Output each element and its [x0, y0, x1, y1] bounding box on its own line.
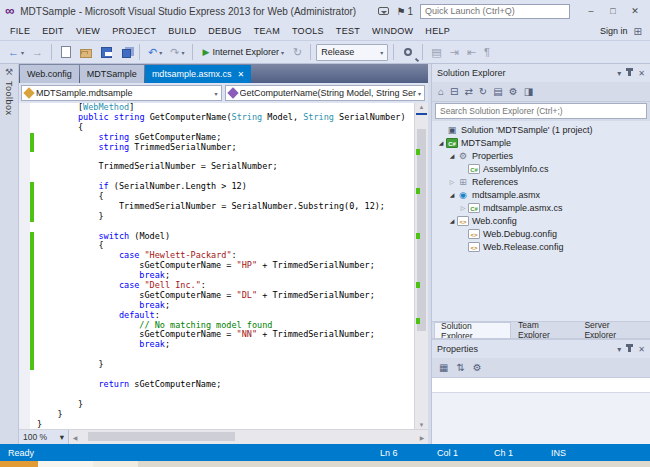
expander-icon[interactable]: ▷ [447, 178, 457, 185]
breakpoint-margin[interactable] [19, 133, 30, 143]
breakpoint-margin[interactable] [19, 410, 30, 420]
show-outline-button[interactable]: ▤ [428, 44, 444, 60]
scroll-left-icon[interactable]: ◀ [69, 434, 81, 441]
document-tab-mdtsample[interactable]: MDTSample [80, 65, 144, 83]
tool-tab-server-explorer[interactable]: Server Explorer [578, 322, 648, 338]
breakpoint-margin[interactable] [19, 152, 30, 162]
breakpoint-margin[interactable] [19, 330, 30, 340]
properties-button[interactable]: ⚙ [507, 85, 520, 98]
scroll-right-icon[interactable]: ▶ [416, 434, 428, 441]
refresh-button[interactable]: ↻ [477, 85, 489, 98]
property-pages-button[interactable]: ⚙ [471, 361, 484, 374]
close-panel-icon[interactable]: ✕ [638, 345, 645, 354]
menu-edit[interactable]: EDIT [36, 26, 70, 36]
breakpoint-margin[interactable] [19, 420, 30, 430]
solution-explorer-search-input[interactable] [435, 103, 647, 119]
scroll-down-icon[interactable]: ▼ [415, 422, 428, 428]
code-lines[interactable]: [WebMethod] public string GetComputerNam… [19, 103, 414, 429]
undo-button[interactable]: ↶▾ [145, 44, 165, 60]
expander-icon[interactable]: ◢ [447, 217, 457, 224]
tool-tab-team-explorer[interactable]: Team Explorer [512, 322, 577, 338]
sync-with-active-document-button[interactable]: ⇄ [462, 85, 474, 98]
navigate-backward-button[interactable]: ←▾ [5, 44, 27, 60]
outdent-button[interactable]: ⇤ [464, 44, 479, 60]
tree-item-properties[interactable]: ◢⚙Properties [432, 149, 650, 162]
breakpoint-margin[interactable] [19, 321, 30, 331]
breakpoint-margin[interactable] [19, 380, 30, 390]
alphabetical-button[interactable]: ⇅ [454, 361, 466, 374]
breakpoint-margin[interactable] [19, 350, 30, 360]
breakpoint-margin[interactable] [19, 261, 30, 271]
breakpoint-margin[interactable] [19, 212, 30, 222]
code-line[interactable]: } [19, 212, 414, 222]
solution-configuration-dropdown[interactable]: Release▾ [316, 44, 388, 61]
expander-icon[interactable]: ◢ [447, 191, 457, 198]
menu-view[interactable]: VIEW [70, 26, 106, 36]
menu-build[interactable]: BUILD [162, 26, 202, 36]
tree-item-assemblyinfo-cs[interactable]: C#AssemblyInfo.cs [432, 162, 650, 175]
find-button[interactable] [399, 45, 417, 59]
breakpoint-margin[interactable] [19, 162, 30, 172]
editor-horizontal-scrollbar[interactable] [81, 430, 416, 444]
tree-item-mdtsample-asmx[interactable]: ◢◉mdtsample.asmx [432, 188, 650, 201]
zoom-dropdown[interactable]: 100 % ▾ [19, 430, 69, 445]
breakpoint-margin[interactable] [19, 232, 30, 242]
type-dropdown[interactable]: MDTSample.mdtsample ▾ [21, 85, 222, 101]
breakpoint-margin[interactable] [19, 241, 30, 251]
breakpoint-margin[interactable] [19, 390, 30, 400]
collapse-all-button[interactable]: ⊟ [448, 85, 460, 98]
new-file-button[interactable] [57, 45, 75, 59]
breakpoint-margin[interactable] [19, 340, 30, 350]
horizontal-scrollbar-thumb[interactable] [88, 432, 235, 441]
breakpoint-margin[interactable] [19, 113, 30, 123]
expander-icon[interactable]: ▷ [458, 204, 468, 211]
formatting-button[interactable]: ¶ [481, 44, 493, 60]
tree-item-web-release-config[interactable]: <>Web.Release.config [432, 240, 650, 253]
categorized-button[interactable]: ▦ [437, 361, 450, 374]
expander-icon[interactable]: ◢ [447, 152, 457, 159]
breakpoint-margin[interactable] [19, 202, 30, 212]
open-file-button[interactable] [77, 45, 95, 59]
document-tab-mdtsample-asmx-cs[interactable]: mdtsample.asmx.cs✕ [145, 65, 251, 83]
tree-item-references[interactable]: ▷⊞References [432, 175, 650, 188]
expander-icon[interactable]: ◢ [436, 139, 446, 146]
tree-item-web-config[interactable]: ◢<>Web.config [432, 214, 650, 227]
preview-button[interactable]: ◨ [522, 85, 535, 98]
save-button[interactable] [97, 45, 116, 60]
pin-icon[interactable] [628, 70, 631, 76]
menu-window[interactable]: WINDOW [366, 26, 419, 36]
breakpoint-margin[interactable] [19, 222, 30, 232]
window-layout-icon[interactable]: ⊞ [634, 26, 642, 37]
show-all-files-button[interactable]: ▤ [491, 85, 504, 98]
breakpoint-margin[interactable] [19, 251, 30, 261]
breakpoint-margin[interactable] [19, 281, 30, 291]
member-dropdown[interactable]: GetComputerName(String Model, String Ser… [225, 85, 426, 101]
close-tab-icon[interactable]: ✕ [237, 70, 244, 79]
browser-refresh-button[interactable]: ↻ [290, 44, 305, 60]
breakpoint-margin[interactable] [19, 311, 30, 321]
minimize-button[interactable]: – [581, 3, 601, 19]
save-all-button[interactable] [118, 46, 134, 59]
scroll-up-icon[interactable]: ▲ [415, 104, 428, 110]
tree-item-mdtsample-asmx-cs[interactable]: ▷C#mdtsample.asmx.cs [432, 201, 650, 214]
breakpoint-margin[interactable] [19, 182, 30, 192]
breakpoint-margin[interactable] [19, 360, 30, 370]
sign-in-link[interactable]: Sign in [600, 26, 628, 36]
tree-item-mdtsample[interactable]: ◢C#MDTSample [432, 136, 650, 149]
menu-project[interactable]: PROJECT [106, 26, 162, 36]
close-panel-icon[interactable]: ✕ [638, 69, 645, 78]
redo-button[interactable]: ↷▾ [167, 44, 187, 60]
breakpoint-margin[interactable] [19, 291, 30, 301]
code-line[interactable]: TrimmedSerialNumber = SerialNumber; [19, 162, 414, 172]
menu-help[interactable]: HELP [419, 26, 456, 36]
window-menu-icon[interactable]: ▾ [617, 69, 621, 78]
code-line[interactable]: break; [19, 340, 414, 350]
menu-test[interactable]: TEST [330, 26, 366, 36]
code-line[interactable]: } [19, 420, 414, 430]
editor-vertical-scrollbar[interactable]: ▲ ▼ [414, 103, 428, 429]
start-debugging-button[interactable]: ▶Internet Explorer▾ [198, 45, 287, 59]
breakpoint-margin[interactable] [19, 370, 30, 380]
breakpoint-margin[interactable] [19, 301, 30, 311]
code-line[interactable]: string TrimmedSerialNumber; [19, 143, 414, 153]
breakpoint-margin[interactable] [19, 192, 30, 202]
